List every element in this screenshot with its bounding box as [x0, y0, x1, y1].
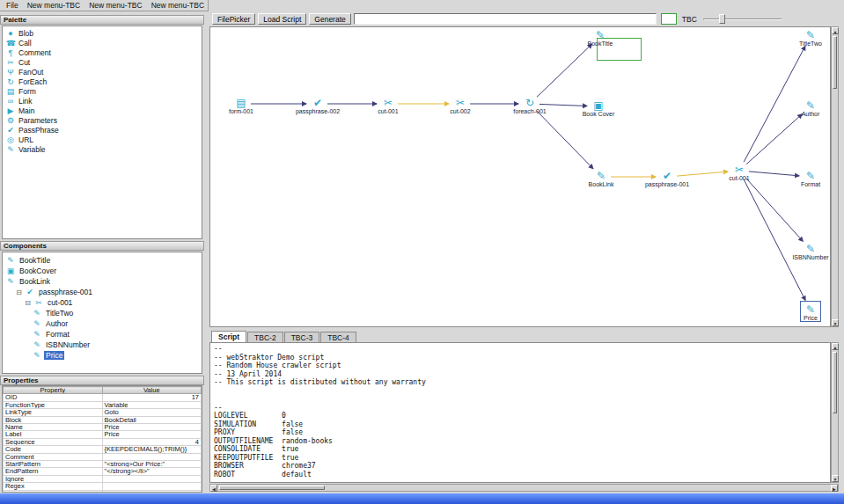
property-value[interactable]: 4	[102, 438, 202, 445]
property-value[interactable]	[102, 453, 202, 460]
properties-panel-header[interactable]: Properties	[0, 376, 204, 385]
property-value[interactable]: Variable	[102, 401, 202, 408]
property-value[interactable]: "<strong>Our Price:"	[102, 461, 202, 468]
properties-col-header[interactable]: Value	[102, 387, 202, 394]
palette-item-variable[interactable]: ✎Variable	[3, 144, 202, 154]
scroll-down-icon[interactable]: ▼	[832, 475, 839, 482]
node-passphrase-002-passphrase-002[interactable]: ✔passphrase-002	[290, 98, 346, 115]
property-value[interactable]: Price	[102, 424, 202, 431]
property-row[interactable]: XPath	[4, 490, 202, 493]
menu-item-file-0[interactable]: File	[2, 1, 23, 10]
property-value[interactable]	[102, 483, 202, 490]
palette-item-url[interactable]: ◎URL	[3, 135, 202, 144]
tree-item-price[interactable]: ✎Price	[3, 350, 202, 361]
properties-col-header[interactable]: Property	[4, 387, 103, 394]
node-format-format[interactable]: ✎Format	[782, 171, 831, 188]
menu-item-new-menu-tbc-2[interactable]: New menu-TBC	[84, 1, 146, 10]
node-form-001-form-001[interactable]: ▤form-001	[213, 98, 269, 115]
tree-item-passphrase-001[interactable]: ⊟✔passphrase-001	[3, 287, 202, 297]
node-price-price[interactable]: ✎Price	[782, 304, 831, 322]
property-row[interactable]: Code{KEEPDECIMALS();TRIM()}	[4, 446, 202, 453]
zoom-slider[interactable]	[703, 13, 782, 25]
expander-icon[interactable]: ⊟	[15, 289, 23, 296]
scroll-down-icon[interactable]: ▼	[832, 319, 839, 326]
scrollbar-thumb[interactable]	[219, 486, 325, 490]
generate-button[interactable]: Generate	[309, 13, 350, 25]
menu-item-new-menu-tbc-1[interactable]: New menu-TBC	[23, 1, 84, 10]
property-value[interactable]	[102, 490, 202, 493]
node-author-author[interactable]: ✎Author	[782, 100, 831, 118]
palette-item-foreach[interactable]: ↻ForEach	[3, 77, 202, 86]
property-value[interactable]: Price	[102, 431, 202, 438]
property-value[interactable]	[102, 475, 202, 482]
property-row[interactable]: FunctionTypeVariable	[4, 401, 202, 408]
node-booklink-booklink[interactable]: ✎BookLink	[573, 171, 629, 188]
scroll-up-icon[interactable]: ▲	[832, 343, 839, 350]
property-row[interactable]: BlockBookDetail	[4, 416, 202, 423]
taskbar[interactable]	[0, 493, 844, 504]
property-value[interactable]: "</strong></li>"	[102, 468, 202, 475]
scroll-up-icon[interactable]: ▲	[832, 27, 839, 34]
script-horizontal-scrollbar[interactable]: ◀ ▶	[209, 484, 839, 492]
node-titletwo-titletwo[interactable]: ✎TitleTwo	[782, 30, 831, 47]
palette-item-link[interactable]: ∞Link	[3, 96, 202, 106]
property-value[interactable]: Goto	[102, 409, 202, 416]
palette-item-main[interactable]: ▶Main	[3, 106, 202, 115]
components-panel-header[interactable]: Components	[0, 241, 204, 251]
property-row[interactable]: Sequence4	[4, 438, 202, 445]
menu-item-new-menu-tbc-3[interactable]: New menu-TBC	[147, 1, 209, 10]
tree-item-booklink[interactable]: ✎BookLink	[3, 276, 202, 287]
tree-item-booktitle[interactable]: ✎BookTitle	[3, 255, 202, 266]
menubar: FileNew menu-TBCNew menu-TBCNew menu-TBC	[0, 0, 209, 11]
flow-canvas[interactable]: ▤form-001✔passphrase-002✂cut-001✂cut-002…	[209, 26, 831, 327]
scroll-left-icon[interactable]: ◀	[210, 485, 217, 492]
canvas-vertical-scrollbar[interactable]: ▲ ▼	[831, 26, 839, 327]
property-row[interactable]: EndPattern"</strong></li>"	[4, 468, 202, 475]
tree-item-cut-001[interactable]: ⊟✂cut-001	[3, 297, 202, 308]
scrollbar-thumb[interactable]	[833, 36, 837, 89]
palette-item-blob[interactable]: ●Blob	[3, 28, 202, 38]
palette-item-fanout[interactable]: ΨFanOut	[3, 67, 202, 77]
tree-item-bookcover[interactable]: ▣BookCover	[3, 266, 202, 276]
property-row[interactable]: Ignore	[4, 475, 202, 482]
palette-item-form[interactable]: ▤Form	[3, 86, 202, 96]
node-foreach-001-foreach-001[interactable]: ↻foreach-001	[502, 98, 558, 115]
palette-item-call[interactable]: ☎Call	[3, 38, 202, 47]
node-isbnnumber-isbnnumber[interactable]: ✎ISBNNumber	[782, 244, 831, 261]
palette-item-passphrase[interactable]: ✔PassPhrase	[3, 125, 202, 135]
tree-item-author[interactable]: ✎Author	[3, 318, 202, 329]
node-cut-001-cut-001b[interactable]: ✂cut-001	[711, 164, 767, 182]
tree-item-format[interactable]: ✎Format	[3, 329, 202, 340]
node-cut-002-cut-002[interactable]: ✂cut-002	[432, 98, 488, 115]
scroll-right-icon[interactable]: ▶	[831, 485, 838, 492]
tree-item-isbnnumber[interactable]: ✎ISBNNumber	[3, 340, 202, 350]
palette-item-comment[interactable]: ¶Comment	[3, 47, 202, 57]
property-row[interactable]: OID17	[4, 394, 202, 401]
script-vertical-scrollbar[interactable]: ▲ ▼	[831, 342, 839, 483]
palette-item-cut[interactable]: ✂Cut	[3, 57, 202, 67]
property-value[interactable]: BookDetail	[102, 416, 202, 423]
filepicker-button[interactable]: FilePicker	[212, 13, 255, 25]
tree-item-titletwo[interactable]: ✎TitleTwo	[3, 308, 202, 318]
tab-script[interactable]: Script	[211, 331, 246, 343]
property-value[interactable]: 17	[102, 394, 202, 401]
property-row[interactable]: Comment	[4, 453, 202, 460]
node-passphrase-001-passphrase-001[interactable]: ✔passphrase-001	[639, 171, 695, 188]
expander-icon[interactable]: ⊟	[24, 299, 32, 307]
slider-thumb[interactable]	[719, 14, 725, 24]
property-row[interactable]: LabelPrice	[4, 431, 202, 438]
script-path-input[interactable]	[354, 13, 657, 25]
property-row[interactable]: LinkTypeGoto	[4, 409, 202, 416]
property-row[interactable]: NamePrice	[4, 424, 202, 431]
palette-item-parameters[interactable]: ⚙Parameters	[3, 115, 202, 125]
scrollbar-thumb[interactable]	[833, 352, 837, 413]
palette-panel-header[interactable]: Palette	[0, 15, 204, 25]
node-booktitle-booktitle[interactable]: ✎BookTitle	[572, 30, 628, 47]
node-cut-001-cut-001a[interactable]: ✂cut-001	[360, 98, 416, 115]
node-book-cover-bookcover[interactable]: ▣Book Cover	[570, 100, 627, 118]
property-row[interactable]: StartPattern"<strong>Our Price:"	[4, 461, 202, 468]
load-script-button[interactable]: Load Script	[258, 13, 306, 25]
property-row[interactable]: Regex	[4, 483, 202, 490]
script-panel[interactable]: -- -- webStraktor Demo script -- Random …	[209, 342, 831, 483]
property-value[interactable]: {KEEPDECIMALS();TRIM()}	[102, 446, 202, 453]
